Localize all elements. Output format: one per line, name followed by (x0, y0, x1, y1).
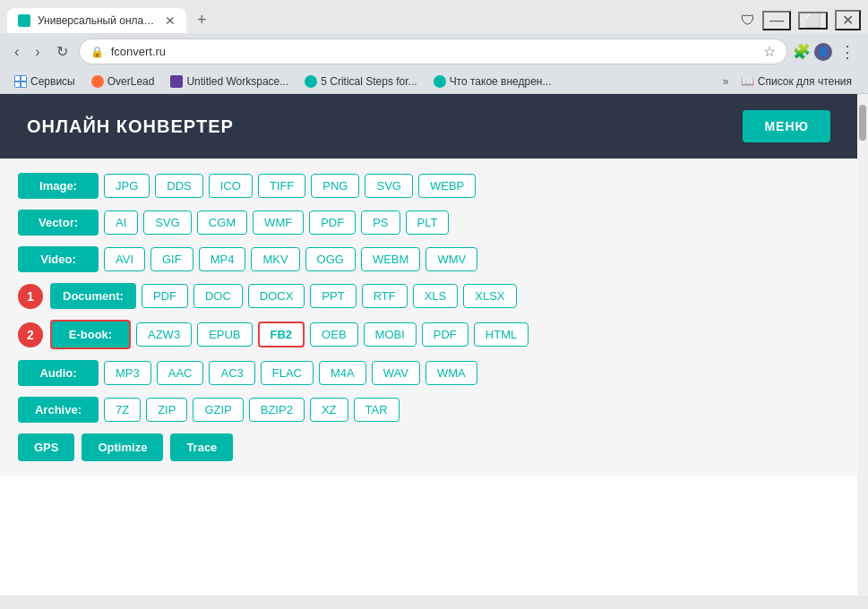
format-webm[interactable]: WEBM (361, 247, 420, 271)
bookmark-critical[interactable]: 5 Critical Steps for... (299, 73, 422, 90)
format-avi[interactable]: AVI (104, 247, 145, 271)
category-row-ebook: 2 E-book: AZW3 EPUB FB2 OEB MOBI PDF HTM… (18, 320, 839, 349)
back-button[interactable]: ‹ (9, 42, 24, 62)
format-jpg[interactable]: JPG (104, 174, 150, 198)
trace-button[interactable]: Trace (170, 433, 233, 461)
format-fb2[interactable]: FB2 (258, 322, 305, 347)
format-azw3[interactable]: AZW3 (136, 322, 192, 347)
category-label-video[interactable]: Video: (18, 246, 99, 272)
format-flac[interactable]: FLAC (261, 361, 314, 385)
format-dds[interactable]: DDS (155, 174, 202, 198)
converter-grid: Image: JPG DDS ICO TIFF PNG SVG WEBP Vec… (0, 159, 857, 476)
reload-button[interactable]: ↻ (51, 41, 73, 62)
format-pdf-v[interactable]: PDF (309, 210, 356, 235)
format-tiff[interactable]: TIFF (258, 174, 305, 198)
format-m4a[interactable]: M4A (319, 361, 366, 385)
format-ac3[interactable]: AC3 (209, 361, 254, 385)
tab-close-button[interactable]: ✕ (165, 13, 176, 28)
category-label-audio[interactable]: Audio: (18, 360, 99, 386)
format-rtf[interactable]: RTF (362, 284, 408, 308)
category-label-document[interactable]: Document: (50, 283, 136, 309)
format-webp[interactable]: WEBP (418, 174, 476, 198)
format-ogg[interactable]: OGG (305, 247, 356, 271)
overlead-label: OverLead (107, 75, 155, 88)
extension-puzzle-icon[interactable]: 🧩 (793, 43, 811, 60)
step-badge-1: 1 (18, 284, 43, 309)
profile-icon[interactable]: 👤 (814, 43, 832, 61)
bookmark-overlead[interactable]: OverLead (86, 73, 160, 90)
nav-bar: ‹ › ↻ 🔒 fconvert.ru ☆ 🧩 👤 ⋮ (0, 33, 868, 70)
minimize-button[interactable]: — (762, 11, 791, 30)
close-button[interactable]: ✕ (835, 10, 861, 30)
forward-button[interactable]: › (30, 42, 45, 62)
format-epub[interactable]: EPUB (197, 322, 252, 347)
format-oeb[interactable]: OEB (310, 322, 357, 347)
format-xz[interactable]: XZ (310, 398, 348, 422)
category-row-image: Image: JPG DDS ICO TIFF PNG SVG WEBP (18, 173, 839, 199)
format-mp3[interactable]: MP3 (104, 361, 151, 385)
gps-button[interactable]: GPS (18, 433, 74, 461)
address-bar[interactable]: 🔒 fconvert.ru ☆ (79, 39, 787, 64)
format-bzip2[interactable]: BZIP2 (249, 398, 305, 422)
overlead-favicon (91, 75, 104, 88)
format-aac[interactable]: AAC (157, 361, 204, 385)
format-ico[interactable]: ICO (209, 174, 253, 198)
format-pdf-d[interactable]: PDF (142, 284, 188, 308)
category-row-archive: Archive: 7Z ZIP GZIP BZIP2 XZ TAR (18, 397, 839, 423)
extension-icons: 🧩 👤 ⋮ (793, 40, 859, 64)
format-mkv[interactable]: MKV (251, 247, 299, 271)
format-mobi[interactable]: MOBI (364, 322, 417, 347)
format-ai[interactable]: AI (104, 210, 138, 235)
vnedren-label: Что такое внедрен... (450, 75, 552, 88)
format-gzip[interactable]: GZIP (193, 398, 243, 422)
format-zip[interactable]: ZIP (146, 398, 187, 422)
format-wmv[interactable]: WMV (425, 247, 477, 271)
format-tar[interactable]: TAR (354, 398, 400, 422)
format-cgm[interactable]: CGM (197, 210, 247, 235)
format-plt[interactable]: PLT (406, 210, 450, 235)
format-ppt[interactable]: PPT (310, 284, 356, 308)
restore-button[interactable]: ⬜ (798, 12, 828, 30)
bookmark-vnedren[interactable]: Что такое внедрен... (428, 73, 557, 90)
site-header: ОНЛАЙН КОНВЕРТЕР МЕНЮ (0, 94, 857, 159)
format-gif[interactable]: GIF (150, 247, 193, 271)
format-wmf[interactable]: WMF (253, 210, 304, 235)
bookmark-services[interactable]: Сервисы (9, 73, 81, 90)
format-xls[interactable]: XLS (413, 284, 459, 308)
menu-button[interactable]: МЕНЮ (743, 110, 830, 142)
reading-list-button[interactable]: 📖 Список для чтения (734, 73, 859, 90)
format-wma[interactable]: WMA (425, 361, 477, 385)
format-html[interactable]: HTML (474, 322, 529, 347)
scrollbar[interactable] (857, 94, 868, 596)
category-label-vector[interactable]: Vector: (18, 210, 99, 236)
browser-menu-button[interactable]: ⋮ (836, 40, 859, 64)
category-label-image[interactable]: Image: (18, 173, 99, 199)
format-wav[interactable]: WAV (372, 361, 420, 385)
bookmark-workspace[interactable]: Untitled Workspace... (165, 73, 294, 90)
services-label: Сервисы (30, 75, 75, 88)
format-ps[interactable]: PS (361, 210, 400, 235)
bookmark-button[interactable]: ☆ (763, 43, 776, 60)
format-doc[interactable]: DOC (193, 284, 243, 308)
category-label-archive[interactable]: Archive: (18, 397, 99, 423)
bookmarks-bar: Сервисы OverLead Untitled Workspace... 5… (0, 70, 868, 94)
optimize-button[interactable]: Optimize (82, 433, 163, 461)
format-docx[interactable]: DOCX (248, 284, 305, 308)
format-svg2[interactable]: SVG (143, 210, 191, 235)
lock-icon: 🔒 (90, 46, 104, 58)
bookmarks-more-button[interactable]: » (723, 75, 729, 88)
tab-favicon (18, 14, 30, 27)
workspace-favicon (170, 75, 183, 88)
format-svg[interactable]: SVG (365, 174, 412, 198)
category-label-ebook[interactable]: E-book: (50, 320, 131, 349)
format-pdf-e[interactable]: PDF (422, 322, 468, 347)
scrollbar-thumb[interactable] (859, 105, 866, 141)
format-png[interactable]: PNG (311, 174, 359, 198)
format-mp4[interactable]: MP4 (199, 247, 246, 271)
bottom-row: GPS Optimize Trace (18, 433, 839, 461)
format-7z[interactable]: 7Z (104, 398, 141, 422)
format-xlsx[interactable]: XLSX (463, 284, 516, 308)
new-tab-button[interactable]: + (190, 7, 214, 33)
category-row-vector: Vector: AI SVG CGM WMF PDF PS PLT (18, 210, 839, 236)
active-tab[interactable]: Универсальный онлайн-конвер... ✕ (7, 8, 186, 33)
